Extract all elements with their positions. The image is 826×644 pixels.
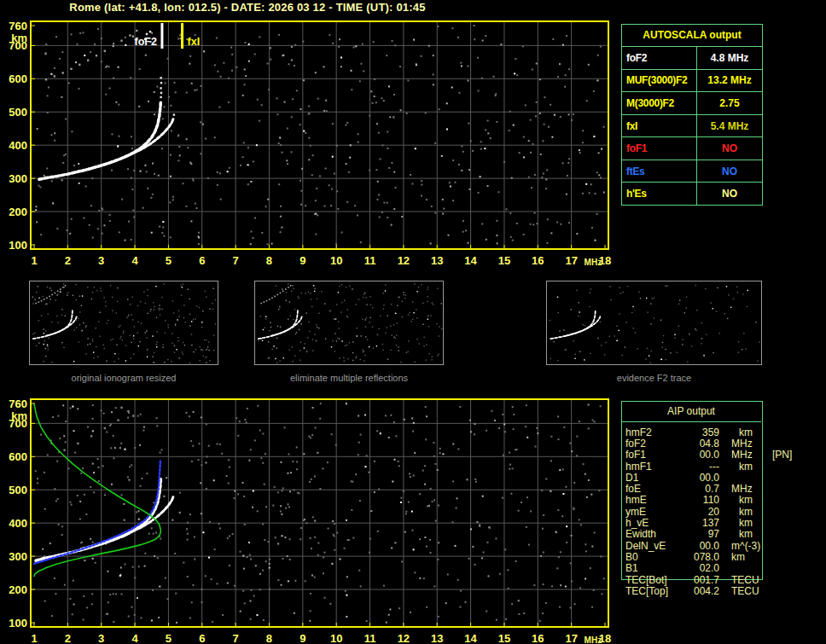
aip-param-unit: km	[739, 461, 778, 473]
aip-param-flag: [PN]	[772, 449, 792, 461]
x-tick-3: 3	[98, 632, 104, 644]
series-second-hop-echo	[45, 30, 138, 81]
aip-row-hme: hmE110km	[625, 495, 823, 506]
autoscala-param-label: MUF(3000)F2	[622, 70, 696, 92]
aip-param-value: 00.0	[678, 449, 719, 461]
x-tick-12: 12	[398, 254, 410, 267]
autoscala-row-m3000f2: M(3000)F22.75	[622, 92, 762, 115]
y-tick-600: 600	[0, 450, 27, 463]
aip-param-unit: km	[739, 528, 778, 540]
aip-output-rows: hmF2359kmfoF204.8MHzfoF100.0MHz[PN]hmF1-…	[625, 426, 823, 596]
y-tick-500: 500	[0, 484, 27, 496]
aip-param-label: DelN_vE	[625, 540, 678, 552]
x-tick-8: 8	[266, 632, 272, 644]
x-tick-1: 1	[31, 632, 37, 644]
series-second-hop-echo	[63, 407, 134, 451]
x-tick-1: 1	[31, 254, 37, 267]
aip-param-unit: km	[739, 494, 778, 506]
autoscala-param-value: NO	[696, 183, 762, 205]
autoscala-param-label: ftEs	[622, 160, 696, 183]
x-tick-4: 4	[131, 632, 137, 644]
aip-row-tecbot: TEC[Bot]001.7TECU	[625, 574, 823, 585]
x-tick-10: 10	[330, 254, 342, 267]
x-tick-15: 15	[498, 632, 510, 644]
aip-row-delnve: DelN_vE00.0m^(-3)	[625, 540, 823, 551]
autoscala-row-ftes: ftEsNO	[622, 160, 762, 183]
marker-foF2: foF2	[135, 23, 162, 49]
x-tick-13: 13	[431, 254, 443, 267]
x-axis-unit: MHz	[585, 635, 602, 644]
autoscala-row-hes: h'EsNO	[622, 183, 762, 205]
aip-param-value: 04.8	[678, 438, 719, 450]
aip-row-foe: foE0.7MHz	[625, 483, 823, 494]
y-tick-200: 200	[0, 206, 27, 218]
x-tick-13: 13	[431, 632, 443, 644]
autoscala-output-panel: AUTOSCALA output foF24.8 MHzMUF(3000)F21…	[621, 24, 763, 206]
aip-row-yme: ymE20km	[625, 506, 823, 517]
aip-param-unit: km	[739, 506, 778, 518]
thumbnail-caption: eliminate multiple reflections	[254, 373, 444, 383]
aip-param-label: B1	[625, 562, 678, 574]
autoscala-param-label: h'Es	[622, 183, 696, 205]
y-tick-400: 400	[0, 139, 27, 152]
aip-header: AIP output	[621, 401, 761, 422]
x-tick-17: 17	[565, 632, 577, 644]
aip-param-label: foE	[625, 483, 678, 495]
autoscala-param-value: 13.2 MHz	[696, 70, 762, 92]
aip-param-value: 359	[678, 426, 727, 438]
aip-param-label: D1	[625, 472, 678, 484]
aip-row-b1: B102.0	[625, 563, 823, 574]
autoscala-param-value: 2.75	[696, 92, 762, 114]
aip-param-label: B0	[625, 551, 678, 563]
aip-param-label: Ewidth	[625, 528, 678, 540]
marker-label-fxI: fxI	[188, 36, 201, 48]
series-model-trace	[34, 459, 160, 563]
aip-profile-plot	[30, 398, 609, 628]
thumbnail-caption: original ionogram resized	[29, 373, 218, 383]
autoscala-param-value: NO	[696, 160, 762, 183]
x-tick-8: 8	[266, 254, 272, 267]
aip-param-value: 00.0	[678, 472, 719, 484]
x-tick-5: 5	[166, 632, 172, 644]
aip-param-value: 001.7	[678, 574, 719, 586]
x-tick-16: 16	[532, 254, 544, 267]
y-tick-100: 100	[0, 239, 27, 252]
aip-param-unit: MHz	[731, 483, 771, 495]
aip-param-unit: km	[739, 426, 778, 438]
aip-row-hmf1: hmF1---km	[625, 461, 823, 472]
aip-param-value: 0.7	[678, 483, 719, 495]
aip-param-unit: km	[731, 551, 771, 563]
aip-param-value: 110	[678, 494, 727, 506]
aip-row-fof1: foF100.0MHz[PN]	[625, 450, 823, 461]
y-tick-100: 100	[0, 617, 27, 629]
aip-row-d1: D100.0	[625, 472, 823, 483]
aip-row-hve: h_vE137km	[625, 517, 823, 528]
autoscala-row-fof2: foF24.8 MHz	[622, 47, 762, 70]
thumbnail-original-ionogram	[29, 281, 218, 365]
thumb-0-canvas	[30, 281, 218, 364]
aip-row-ewidth: Ewidth97km	[625, 529, 823, 540]
x-tick-14: 14	[464, 254, 476, 267]
x-tick-6: 6	[199, 254, 205, 267]
y-tick-700: 700	[0, 417, 27, 430]
series-X-trace	[81, 119, 173, 171]
thumbnail-evidence-f2-trace	[546, 281, 762, 365]
aip-param-value: 97	[678, 528, 727, 540]
plot-bottom-canvas	[32, 400, 608, 626]
autoscala-param-label: foF2	[622, 47, 696, 69]
x-axis-unit: MHz	[585, 258, 602, 267]
aip-param-unit: km	[739, 517, 778, 529]
aip-param-unit: TECU	[731, 574, 771, 586]
aip-param-label: TEC[Bot]	[625, 574, 678, 586]
x-tick-7: 7	[232, 632, 238, 644]
autoscala-param-label: foF1	[622, 137, 696, 160]
x-tick-15: 15	[498, 254, 510, 267]
grid-lines	[32, 22, 608, 248]
x-tick-11: 11	[364, 254, 376, 267]
aip-param-unit: TECU	[731, 585, 771, 597]
y-tick-300: 300	[0, 172, 27, 185]
autoscala-param-value: NO	[696, 137, 762, 160]
y-tick-760: 760	[0, 397, 27, 410]
axis-ticks	[32, 403, 605, 626]
y-tick-600: 600	[0, 73, 27, 85]
